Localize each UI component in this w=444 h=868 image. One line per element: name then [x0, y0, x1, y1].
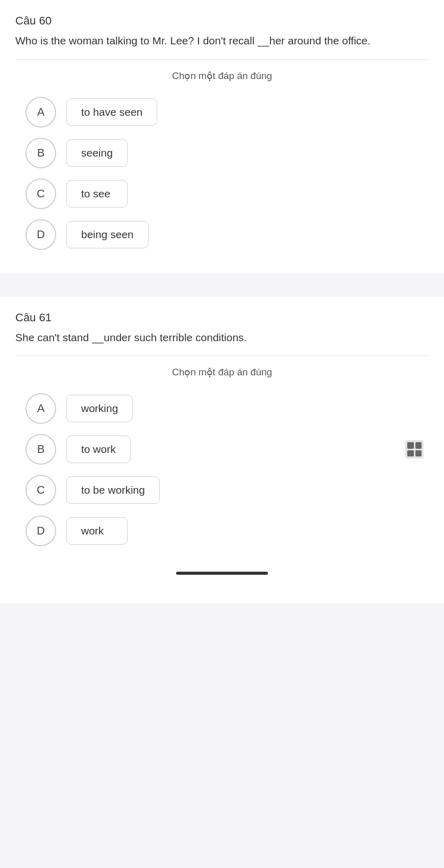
option-row-61-a: A working: [26, 393, 418, 424]
option-box-60-c[interactable]: to see: [66, 180, 128, 208]
instruction-61: Chọn một đáp án đúng: [15, 366, 429, 378]
option-circle-60-a[interactable]: A: [26, 97, 56, 127]
option-circle-61-d[interactable]: D: [26, 516, 56, 546]
option-box-61-a[interactable]: working: [66, 395, 133, 422]
option-row-60-c: C to see: [26, 178, 418, 209]
option-box-61-d[interactable]: work: [66, 517, 128, 545]
option-box-61-c[interactable]: to be working: [66, 476, 160, 504]
option-row-60-a: A to have seen: [26, 97, 418, 127]
option-row-60-d: D being seen: [26, 219, 418, 250]
question-61-number: Câu 61: [15, 311, 429, 324]
question-61-text: She can't stand __under such terrible co…: [15, 329, 429, 346]
question-60-text: Who is the woman talking to Mr. Lee? I d…: [15, 33, 429, 49]
question-61-card: Câu 61 She can't stand __under such terr…: [0, 297, 444, 604]
option-box-60-d[interactable]: being seen: [66, 221, 149, 248]
option-circle-61-a[interactable]: A: [26, 393, 56, 424]
screen: Câu 60 Who is the woman talking to Mr. L…: [0, 0, 444, 868]
options-list-60: A to have seen B seeing C to see D being…: [15, 92, 429, 255]
option-circle-61-b[interactable]: B: [26, 434, 56, 465]
instruction-60: Chọn một đáp án đúng: [15, 70, 429, 82]
option-box-61-b[interactable]: to work: [66, 436, 131, 463]
spacer: [0, 282, 444, 297]
question-60-number: Câu 60: [15, 14, 429, 28]
option-circle-61-c[interactable]: C: [26, 475, 56, 505]
option-row-61-d: D work: [26, 516, 418, 546]
option-row-61-c: C to be working: [26, 475, 418, 505]
home-indicator-area: [15, 551, 429, 585]
option-circle-60-d[interactable]: D: [26, 219, 56, 250]
grid-icon: [405, 440, 424, 458]
option-circle-60-b[interactable]: B: [26, 138, 56, 168]
grid-cell-1: [407, 442, 414, 449]
divider-61: [15, 355, 429, 356]
question-60-card: Câu 60 Who is the woman talking to Mr. L…: [0, 0, 444, 273]
home-indicator: [176, 572, 268, 575]
divider-60: [15, 59, 429, 60]
option-box-60-a[interactable]: to have seen: [66, 98, 157, 126]
option-box-60-b[interactable]: seeing: [66, 139, 128, 167]
options-list-61: A working B to work C to be working: [15, 388, 429, 551]
grid-cell-4: [415, 450, 422, 457]
option-row-61-b: B to work: [26, 434, 418, 465]
grid-cell-3: [407, 450, 414, 457]
option-row-60-b: B seeing: [26, 138, 418, 168]
grid-cell-2: [415, 442, 422, 449]
option-circle-60-c[interactable]: C: [26, 178, 56, 209]
